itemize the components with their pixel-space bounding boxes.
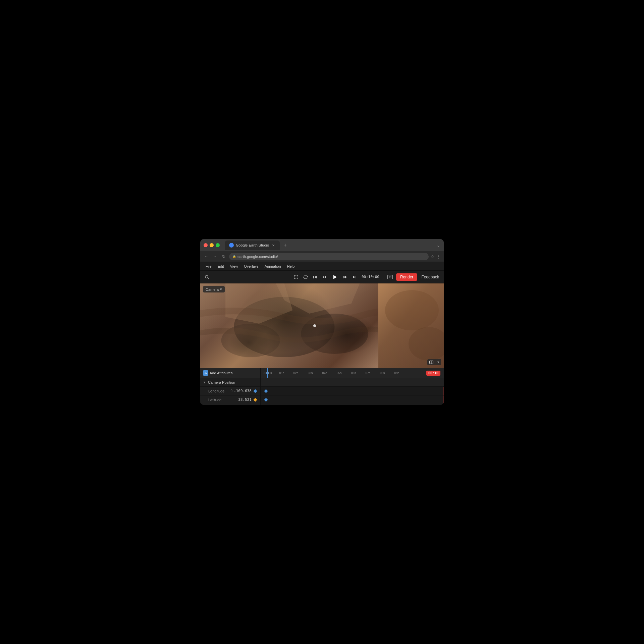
view-more-button[interactable]: ▾ bbox=[435, 359, 441, 365]
timeline-ruler[interactable]: 00:00s 01s 02s 03s 04s 05s 06s 07s 08s 0… bbox=[261, 368, 444, 378]
loop-icon bbox=[303, 275, 308, 279]
render-button[interactable]: Render bbox=[396, 273, 417, 281]
minimize-traffic-light[interactable] bbox=[210, 243, 214, 247]
address-bar: ← → ↻ 🔒 earth.google.com/studio/ ☆ ⋮ bbox=[200, 251, 444, 262]
menu-file[interactable]: File bbox=[203, 264, 214, 269]
tick-2: 02s bbox=[293, 371, 299, 375]
title-bar: Google Earth Studio ✕ + ⌄ bbox=[200, 239, 444, 251]
latitude-values: 38.521 bbox=[238, 397, 258, 402]
longitude-label: Longitude bbox=[208, 389, 224, 393]
maximize-traffic-light[interactable] bbox=[216, 243, 220, 247]
tick-0: 00:00s bbox=[263, 371, 272, 375]
view-mode-button[interactable] bbox=[427, 359, 435, 365]
url-bar[interactable]: 🔒 earth.google.com/studio/ bbox=[229, 253, 429, 260]
toolbar-right: Render Feedback bbox=[386, 273, 441, 281]
timeline-area: ⟐ Add Attributes 00:00s 01s 02s 03s 04s … bbox=[200, 368, 444, 405]
skip-start-icon bbox=[313, 275, 317, 279]
timeline-header: ⟐ Add Attributes 00:00s 01s 02s 03s 04s … bbox=[200, 368, 444, 378]
traffic-lights bbox=[204, 243, 220, 247]
url-text: earth.google.com/studio/ bbox=[237, 255, 278, 259]
view-mode-icon bbox=[429, 361, 433, 364]
fast-forward-button[interactable] bbox=[341, 273, 349, 281]
feedback-button[interactable]: Feedback bbox=[419, 273, 441, 281]
canyon-background bbox=[200, 283, 444, 368]
back-button[interactable]: ← bbox=[203, 253, 210, 260]
end-time-marker: 00:10 bbox=[426, 371, 440, 376]
new-tab-button[interactable]: + bbox=[281, 241, 289, 249]
rewind-icon bbox=[322, 275, 326, 279]
latitude-keyframe-button[interactable] bbox=[253, 397, 258, 402]
skip-end-icon bbox=[353, 275, 357, 279]
fast-forward-icon bbox=[343, 275, 347, 279]
camera-dropdown-arrow: ▾ bbox=[220, 287, 222, 291]
app-menu-bar: File Edit View Overlays Animation Help bbox=[200, 262, 444, 271]
menu-animation[interactable]: Animation bbox=[262, 264, 284, 269]
camera-position-section[interactable]: ▼ Camera Position bbox=[200, 378, 260, 387]
svg-rect-3 bbox=[356, 276, 356, 278]
menu-help[interactable]: Help bbox=[284, 264, 298, 269]
menu-edit[interactable]: Edit bbox=[215, 264, 227, 269]
latitude-value: 38.521 bbox=[238, 397, 252, 402]
menu-view[interactable]: View bbox=[227, 264, 241, 269]
latitude-track-row bbox=[261, 395, 444, 404]
forward-button[interactable]: → bbox=[212, 253, 218, 260]
bookmark-button[interactable]: ☆ bbox=[431, 254, 434, 259]
longitude-keyframe-diamond bbox=[253, 389, 257, 393]
svg-point-0 bbox=[205, 275, 208, 278]
loop-button[interactable] bbox=[302, 273, 309, 281]
menu-overlays[interactable]: Overlays bbox=[241, 264, 261, 269]
lock-icon: 🔒 bbox=[232, 255, 236, 258]
skip-to-start-button[interactable] bbox=[311, 273, 319, 281]
altitude-track-row bbox=[261, 404, 444, 405]
collapse-arrow: ▼ bbox=[203, 381, 206, 384]
search-button[interactable] bbox=[203, 273, 211, 281]
svg-point-12 bbox=[385, 290, 439, 330]
skip-to-end-button[interactable] bbox=[351, 273, 358, 281]
longitude-row: Longitude 0 -109.638 bbox=[200, 387, 260, 395]
longitude-track-row bbox=[261, 387, 444, 395]
latitude-row: Latitude 38.521 bbox=[200, 395, 260, 404]
viewport: Camera ▾ ▾ bbox=[200, 283, 444, 368]
longitude-values: 0 -109.638 bbox=[230, 389, 258, 393]
fullscreen-icon bbox=[294, 275, 298, 279]
longitude-keyframe-button[interactable] bbox=[253, 389, 258, 393]
timeline-tracks[interactable] bbox=[261, 378, 444, 405]
attribute-labels: ▼ Camera Position Longitude 0 -109.638 bbox=[200, 378, 261, 405]
add-attributes-label: Add Attributes bbox=[210, 371, 233, 375]
svg-point-5 bbox=[389, 276, 391, 278]
viewport-divider bbox=[378, 283, 378, 368]
tick-3: 03s bbox=[308, 371, 313, 375]
svg-line-1 bbox=[208, 278, 209, 279]
window-collapse-button[interactable]: ⌄ bbox=[436, 243, 440, 248]
camera-position-label: Camera Position bbox=[208, 380, 235, 384]
camera-label[interactable]: Camera ▾ bbox=[203, 286, 225, 292]
reload-button[interactable]: ↻ bbox=[220, 253, 227, 260]
tab-close-button[interactable]: ✕ bbox=[271, 243, 276, 248]
tick-4: 04s bbox=[322, 371, 327, 375]
search-icon bbox=[205, 275, 209, 279]
tick-7: 07s bbox=[366, 371, 371, 375]
latitude-label: Latitude bbox=[208, 398, 221, 402]
browser-window: Google Earth Studio ✕ + ⌄ ← → ↻ 🔒 earth.… bbox=[200, 239, 444, 405]
latitude-keyframe-start[interactable] bbox=[264, 398, 268, 401]
fullscreen-button[interactable] bbox=[292, 273, 300, 281]
screenshot-button[interactable] bbox=[386, 273, 394, 281]
tab-title: Google Earth Studio bbox=[236, 243, 269, 247]
add-attributes-button[interactable]: ⟐ Add Attributes bbox=[200, 368, 261, 378]
toolbar: 00:10:00 Render Feedback bbox=[200, 271, 444, 283]
active-tab[interactable]: Google Earth Studio ✕ bbox=[225, 240, 280, 250]
tick-6: 06s bbox=[351, 371, 356, 375]
view-controls: ▾ bbox=[427, 359, 441, 365]
more-options-button[interactable]: ⋮ bbox=[436, 254, 441, 259]
playback-controls: 00:10:00 bbox=[292, 272, 379, 282]
tab-bar: Google Earth Studio ✕ + bbox=[225, 240, 434, 250]
screenshot-icon bbox=[387, 275, 393, 279]
longitude-keyframe-start[interactable] bbox=[264, 389, 268, 393]
right-panel-texture bbox=[378, 283, 444, 368]
latitude-keyframe-diamond bbox=[253, 398, 257, 401]
tick-5: 05s bbox=[337, 371, 342, 375]
rewind-button[interactable] bbox=[321, 273, 328, 281]
play-button[interactable] bbox=[330, 272, 339, 282]
close-traffic-light[interactable] bbox=[204, 243, 208, 247]
right-panel bbox=[378, 283, 444, 368]
